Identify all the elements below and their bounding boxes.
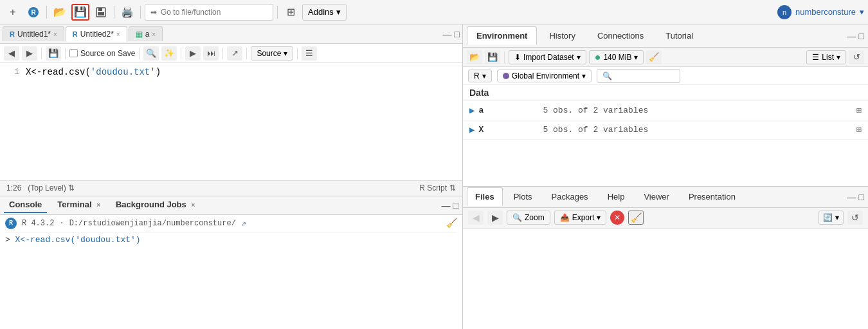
tab-presentation[interactable]: Presentation — [680, 187, 744, 206]
forward-btn[interactable]: ▶ — [22, 46, 37, 61]
env-row-a[interactable]: ▶ a 5 obs. of 2 variables ⊞ — [463, 101, 868, 120]
tab-packages[interactable]: Packages — [543, 187, 597, 206]
files-broom-btn[interactable]: 🧹 — [628, 211, 644, 225]
save-btn[interactable]: 💾 — [71, 4, 89, 21]
env-grid-x[interactable]: ⊞ — [856, 124, 862, 135]
print-btn[interactable]: 🖨️ — [118, 4, 136, 21]
source-on-save-checkbox[interactable] — [69, 49, 78, 57]
close-untitled1[interactable]: × — [53, 31, 57, 38]
clear-console-btn[interactable]: 🧹 — [446, 218, 457, 229]
source-on-save-label[interactable]: Source on Save — [69, 49, 135, 58]
back-btn[interactable]: ◀ — [4, 46, 19, 61]
close-a[interactable]: × — [152, 31, 156, 38]
open-project-btn[interactable]: R — [24, 4, 42, 21]
magic-btn[interactable]: ✨ — [161, 46, 177, 61]
save-editor-btn[interactable]: 💾 — [46, 46, 61, 61]
tab-environment[interactable]: Environment — [467, 26, 537, 45]
tab-a[interactable]: ▦ a × — [129, 26, 163, 41]
env-maximize[interactable]: □ — [859, 31, 864, 41]
background-jobs-label: Background Jobs — [116, 200, 186, 209]
export-chevron: ▾ — [597, 213, 601, 222]
source-chevron: ▾ — [284, 49, 287, 58]
files-forward-btn[interactable]: ▶ — [487, 211, 503, 225]
tab-untitled1[interactable]: R Untitled1* × — [3, 26, 64, 41]
addins-btn[interactable]: Addins ▾ — [302, 4, 347, 21]
tab-history[interactable]: History — [539, 26, 584, 45]
export-btn[interactable]: 📤 Export ▾ — [554, 211, 607, 225]
env-desc-x: 5 obs. of 2 variables — [543, 125, 856, 135]
user-chevron: ▾ — [860, 7, 864, 17]
import-icon: ⬇ — [514, 53, 521, 62]
run-all-btn[interactable]: ⏭ — [203, 46, 219, 61]
save-all-btn[interactable] — [92, 4, 110, 21]
memory-btn[interactable]: ● 140 MiB ▾ — [589, 50, 644, 64]
list-icon: ☰ — [812, 53, 819, 62]
path-link-icon[interactable]: ⇗ — [241, 218, 246, 229]
editor-min-max: — □ — [443, 29, 460, 39]
connections-tab-label: Connections — [597, 31, 644, 41]
global-env-chevron: ▾ — [582, 71, 586, 80]
goto-input[interactable]: ➡ Go to file/function — [145, 4, 273, 21]
env-row-x[interactable]: ▶ X 5 obs. of 2 variables ⊞ — [463, 120, 868, 140]
env-refresh-btn[interactable]: ↺ — [849, 50, 864, 64]
close-terminal[interactable]: × — [96, 202, 100, 209]
tab-tutorial[interactable]: Tutorial — [656, 26, 703, 45]
files-minimize[interactable]: — — [847, 192, 856, 202]
run-btn[interactable]: ▶ — [185, 46, 201, 61]
close-background-jobs[interactable]: × — [191, 202, 195, 209]
console-maximize[interactable]: □ — [453, 200, 458, 211]
tab-untitled2[interactable]: R Untitled2* × — [66, 26, 127, 42]
script-type: R Script ⇅ — [419, 183, 456, 193]
files-refresh-btn[interactable]: 🔄 ▾ — [818, 211, 844, 225]
zoom-btn[interactable]: 🔍 Zoom — [507, 211, 550, 225]
layout-btn[interactable]: ⊞ — [282, 4, 300, 21]
grid-icon: ▦ — [136, 30, 143, 39]
files-refresh2-btn[interactable]: ↺ — [847, 211, 863, 225]
import-dataset-btn[interactable]: ⬇ Import Dataset ▾ — [509, 50, 586, 64]
source-on-save-text: Source on Save — [80, 49, 135, 58]
source-label: Source — [257, 49, 281, 58]
tab-background-jobs[interactable]: Background Jobs × — [111, 197, 200, 213]
list-view-btn[interactable]: ☰ List ▾ — [806, 50, 846, 64]
editor-maximize[interactable]: □ — [455, 29, 460, 39]
stop-btn[interactable]: ✕ — [610, 211, 624, 225]
search-btn[interactable]: 🔍 — [143, 46, 159, 61]
tab-console[interactable]: Console — [4, 197, 47, 213]
editor-minimize[interactable]: — — [443, 29, 452, 39]
source-btn[interactable]: Source ▾ — [251, 46, 293, 61]
goto-placeholder: Go to file/function — [161, 8, 221, 17]
env-grid-a[interactable]: ⊞ — [856, 105, 862, 116]
tab-untitled2-label: Untitled2* — [80, 30, 114, 39]
env-search-input[interactable] — [597, 69, 680, 83]
open-file-btn[interactable]: 📂 — [51, 4, 69, 21]
r-dropdown[interactable]: R ▾ — [468, 70, 492, 82]
env-broom-btn[interactable]: 🧹 — [646, 50, 662, 64]
files-back-btn[interactable]: ◀ — [468, 211, 484, 225]
env-minimize[interactable]: — — [847, 31, 856, 41]
tab-help[interactable]: Help — [599, 187, 633, 206]
user-badge[interactable]: n numberconsture ▾ — [777, 5, 864, 19]
env-save-btn[interactable]: 💾 — [485, 50, 500, 64]
tab-plots[interactable]: Plots — [505, 187, 541, 206]
tutorial-tab-label: Tutorial — [665, 31, 693, 41]
options-btn[interactable]: ☰ — [302, 46, 317, 61]
console-area[interactable]: R R 4.3.2 · D:/rstudiowenjianjia/numberc… — [0, 215, 462, 330]
line-content-1[interactable]: X<-read.csv('doudou.txt') — [26, 67, 462, 77]
tab-a-label: a — [145, 30, 150, 39]
console-command: X<-read.csv('doudou.txt') — [15, 235, 141, 245]
tab-terminal[interactable]: Terminal × — [52, 197, 105, 213]
tab-viewer[interactable]: Viewer — [635, 187, 678, 206]
code-editor[interactable]: 1 X<-read.csv('doudou.txt') — [0, 63, 462, 180]
next-section-btn[interactable]: ↗ — [227, 46, 242, 61]
memory-label: 140 MiB — [603, 53, 631, 62]
new-file-btn[interactable]: + — [4, 4, 22, 21]
close-untitled2[interactable]: × — [116, 31, 120, 38]
files-maximize[interactable]: □ — [859, 192, 864, 202]
console-minimize[interactable]: — — [442, 200, 451, 211]
r-ball: R — [5, 218, 17, 229]
tab-files[interactable]: Files — [467, 187, 503, 206]
global-env-dropdown[interactable]: Global Environment ▾ — [497, 70, 592, 82]
files-sync-icon: 🔄 — [823, 213, 833, 222]
env-open-btn[interactable]: 📂 — [467, 50, 482, 64]
tab-connections[interactable]: Connections — [588, 26, 653, 45]
